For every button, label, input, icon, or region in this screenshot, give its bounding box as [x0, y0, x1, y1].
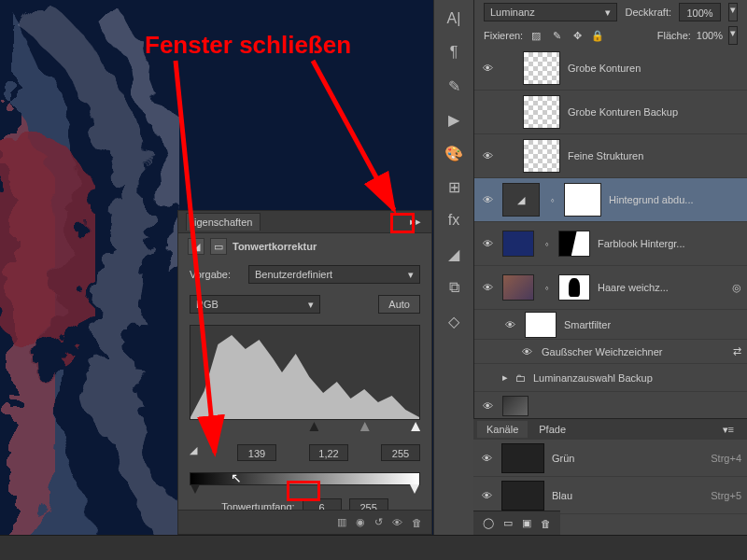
- paths-icon[interactable]: ◇: [437, 306, 471, 336]
- eye-icon[interactable]: 👁: [480, 150, 495, 161]
- clip-icon[interactable]: ▥: [337, 516, 346, 528]
- layer-row[interactable]: Grobe Konturen Backup: [474, 91, 747, 134]
- eye-icon[interactable]: 👁: [480, 194, 495, 205]
- eye-icon[interactable]: 👁: [502, 319, 517, 330]
- highlights-input[interactable]: 255: [381, 444, 420, 461]
- layer-row-selected[interactable]: 👁 ◢ ⬨ Hintegrund abdu...: [474, 178, 747, 222]
- folder-icon: 🗀: [515, 372, 526, 384]
- fill-dropdown[interactable]: ▾: [728, 26, 738, 45]
- properties-footer: ▥ ◉ ↺ 👁 🗑: [178, 510, 431, 534]
- layer-thumb[interactable]: [502, 274, 534, 301]
- channel-row[interactable]: 👁 Grün Strg+4: [473, 440, 747, 477]
- layer-row[interactable]: 👁 Gaußscher Weichzeichner ⇄: [474, 340, 747, 364]
- eye-icon[interactable]: 👁: [480, 400, 495, 412]
- adjustments-icon[interactable]: ⊞: [437, 172, 471, 202]
- channel-thumb[interactable]: [501, 481, 544, 511]
- annotation-text: Fenster schließen: [145, 31, 351, 60]
- prev-state-icon[interactable]: ◉: [356, 516, 365, 528]
- fill-label: Fläche:: [657, 30, 691, 41]
- type-icon[interactable]: A|: [437, 4, 471, 34]
- adjustment-thumb[interactable]: ◢: [502, 183, 540, 217]
- channel-thumb[interactable]: [501, 443, 544, 473]
- svg-line-3: [176, 61, 215, 453]
- layer-row[interactable]: 👁 ⬨ Farblook Hintergr...: [474, 222, 747, 266]
- shadows-input[interactable]: 139: [237, 444, 276, 461]
- layer-thumb[interactable]: [523, 139, 560, 173]
- paragraph-icon[interactable]: ¶: [437, 37, 471, 67]
- midtones-slider[interactable]: [360, 422, 370, 431]
- save-selection-icon[interactable]: ▭: [503, 517, 513, 529]
- highlights-slider[interactable]: [411, 422, 420, 431]
- link-icon[interactable]: ⬨: [542, 239, 551, 248]
- styles-icon[interactable]: fx: [437, 205, 471, 235]
- layers-panel: Luminanz▾ Deckkraft: 100% ▾ Fixieren: ▨ …: [473, 0, 747, 418]
- filter-mask-thumb[interactable]: [525, 312, 557, 338]
- channels-panel: Kanäle Pfade ▾≡ 👁 Grün Strg+4 👁 Blau Str…: [473, 418, 747, 535]
- reset-icon[interactable]: ↺: [374, 516, 383, 528]
- new-channel-icon[interactable]: ▣: [522, 517, 531, 529]
- highlight-output-low: [287, 481, 320, 501]
- layer-row[interactable]: 👁 ⬨ Haare weichz... ◎: [474, 266, 747, 310]
- panel-menu-icon[interactable]: ▾≡: [713, 421, 743, 439]
- smart-object-icon: ◎: [732, 282, 741, 294]
- cursor-icon: ↖: [231, 470, 242, 485]
- eye-icon[interactable]: 👁: [480, 63, 495, 74]
- visibility-icon[interactable]: 👁: [392, 517, 402, 528]
- layer-row[interactable]: 👁: [474, 392, 747, 420]
- brush-icon[interactable]: ✎: [437, 71, 471, 101]
- swatches-icon[interactable]: 🎨: [437, 138, 471, 168]
- link-icon[interactable]: ⬨: [542, 283, 551, 292]
- svg-line-2: [313, 61, 394, 210]
- paths-tab[interactable]: Pfade: [529, 421, 575, 438]
- filter-options-icon[interactable]: ⇄: [733, 345, 741, 357]
- lock-transparency-icon[interactable]: ▨: [529, 28, 543, 43]
- channels-tab[interactable]: Kanäle: [477, 421, 528, 438]
- adjustment-title: Tonwertkorrektur: [233, 241, 317, 252]
- eye-icon[interactable]: 👁: [479, 490, 494, 501]
- disclosure-icon[interactable]: ▸: [502, 371, 508, 384]
- opacity-input[interactable]: 100%: [679, 3, 721, 21]
- opacity-dropdown[interactable]: ▾: [728, 3, 738, 21]
- lock-label: Fixieren:: [484, 30, 523, 41]
- arrow-to-slider: [159, 56, 233, 467]
- layer-thumb[interactable]: [523, 95, 560, 129]
- levels-icon[interactable]: ◢: [437, 239, 471, 269]
- lock-pixels-icon[interactable]: ✎: [549, 28, 564, 43]
- eye-icon[interactable]: 👁: [479, 453, 494, 464]
- opacity-label: Deckkraft:: [625, 7, 671, 18]
- eye-icon[interactable]: 👁: [519, 346, 534, 357]
- layer-thumb[interactable]: [502, 231, 534, 257]
- mask-thumb[interactable]: [558, 274, 590, 301]
- layers-list: 👁 Grobe Konturen Grobe Konturen Backup 👁…: [474, 47, 747, 420]
- layer-thumb[interactable]: [502, 396, 529, 416]
- mask-thumb[interactable]: [564, 183, 601, 217]
- trash-icon[interactable]: 🗑: [412, 517, 422, 528]
- eye-icon[interactable]: 👁: [480, 282, 495, 293]
- lock-all-icon[interactable]: 🔒: [590, 28, 605, 43]
- status-bar: [0, 535, 747, 560]
- play-icon[interactable]: ▶: [437, 105, 471, 134]
- channel-row[interactable]: 👁 Blau Strg+5: [473, 477, 747, 514]
- blend-mode-select[interactable]: Luminanz▾: [484, 3, 617, 21]
- auto-button[interactable]: Auto: [378, 295, 420, 314]
- trash-icon[interactable]: 🗑: [541, 518, 551, 529]
- link-icon[interactable]: ⬨: [547, 195, 557, 204]
- mask-thumb[interactable]: [558, 231, 590, 257]
- midtones-input[interactable]: 1,22: [309, 444, 348, 461]
- layer-row[interactable]: ▸ 🗀 Luminanzauswahl Backup: [474, 364, 747, 392]
- eye-icon[interactable]: 👁: [480, 238, 495, 249]
- channels-footer: ◯ ▭ ▣ 🗑: [473, 511, 560, 535]
- lock-position-icon[interactable]: ✥: [570, 28, 585, 43]
- layer-row[interactable]: 👁 Smartfilter: [474, 310, 747, 340]
- load-selection-icon[interactable]: ◯: [483, 517, 494, 529]
- channels-icon[interactable]: ⧉: [437, 273, 471, 302]
- preset-select[interactable]: Benutzerdefiniert▾: [248, 265, 420, 284]
- fill-input[interactable]: 100%: [697, 30, 723, 41]
- shadows-slider[interactable]: [309, 422, 318, 431]
- layer-row[interactable]: 👁 Feine Strukturen: [474, 134, 747, 178]
- layer-thumb[interactable]: [523, 51, 560, 85]
- tool-strip: A| ¶ ✎ ▶ 🎨 ⊞ fx ◢ ⧉ ◇: [433, 0, 473, 535]
- layer-row[interactable]: 👁 Grobe Konturen: [474, 47, 747, 91]
